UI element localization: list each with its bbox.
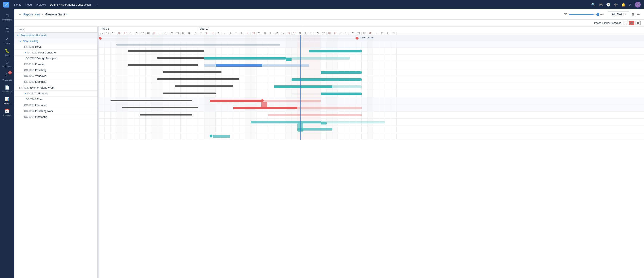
gantt-cell-r2-c31 — [280, 48, 286, 55]
day-cell-8: 23 — [146, 31, 152, 35]
gantt-cell-r12-c29 — [268, 119, 274, 125]
slider-thumb[interactable] — [596, 13, 599, 16]
breadcrumb-reports[interactable]: Reports view — [23, 13, 40, 16]
gantt-cell-r9-c2 — [110, 97, 116, 104]
gantt-cell-r2-c14 — [180, 48, 186, 55]
task-row-dc-t262[interactable]: DC-T262 Tiles — [14, 96, 98, 102]
task-row-dc-t256[interactable]: DC-T256 Plumbing — [14, 67, 98, 73]
task-row-dc-t250[interactable]: DC-T250 Design floor plan — [14, 56, 98, 61]
task-row-dc-t263[interactable]: DC-T263 Electrical — [14, 102, 98, 108]
sidebar-item-tasks[interactable]: ✓ Tasks — [0, 35, 14, 46]
gantt-cell-r0-c38 — [321, 35, 326, 41]
calendar-icon: 📅 — [5, 109, 10, 113]
gantt-cell-r13-c44 — [356, 126, 362, 133]
view-option-2[interactable] — [629, 21, 634, 25]
project-more-dots[interactable]: ··· — [96, 3, 98, 6]
phase-toggle[interactable]: ▼ — [17, 34, 19, 37]
sidebar-item-bugs[interactable]: 🐛 Bugs — [0, 47, 14, 58]
gantt-cell-r13-c33 — [292, 126, 298, 133]
app-logo[interactable] — [3, 2, 9, 8]
gantt-cell-r8-c36 — [309, 90, 315, 97]
gantt-row-4 — [99, 62, 644, 69]
gantt-cell-r10-c32 — [286, 104, 292, 111]
more-options-button[interactable]: ··· — [637, 13, 640, 16]
sidebar-item-reports[interactable]: 📊 Reports — [0, 95, 14, 106]
plus-icon[interactable]: ➕ — [614, 3, 618, 7]
task-row-dc-t258[interactable]: DC-T258 Electrical — [14, 79, 98, 85]
gantt-cell-r1-c14 — [180, 41, 186, 47]
gantt-cell-r7-c38 — [321, 83, 326, 90]
gantt-cell-r14-c10 — [157, 133, 163, 140]
svg-rect-4 — [624, 24, 627, 24]
gantt-cell-r10-c34 — [298, 104, 303, 111]
gantt-cell-r7-c5 — [128, 83, 134, 90]
gantt-cell-r11-c4 — [122, 111, 128, 118]
day-cell-2: 17 — [110, 31, 116, 35]
gantt-cell-r9-c35 — [303, 97, 309, 104]
task-row-dc-t264[interactable]: DC-T264 Plumbing work — [14, 108, 98, 114]
gantt-cell-r5-c19 — [210, 69, 216, 76]
timeline-slider-track[interactable] — [569, 14, 598, 15]
view-option-3[interactable] — [635, 21, 641, 25]
search-icon[interactable]: 🔍 — [591, 3, 596, 7]
gantt-cell-r6-c49 — [385, 76, 391, 83]
task-row-dc-t261[interactable]: ▼ DC-T261 Flooring — [14, 91, 98, 96]
project-name[interactable]: Donnelly Apartments Construction — [50, 3, 91, 6]
view-option-1[interactable] — [623, 21, 628, 25]
gantt-cell-r8-c49 — [385, 90, 391, 97]
gantt-cell-r0-c45 — [362, 35, 368, 41]
task-row-dc-t252[interactable]: ▼ DC-T252 Pour Concrete — [14, 50, 98, 56]
sidebar-item-feed[interactable]: ☰ Feed — [0, 23, 14, 34]
close-icon[interactable]: ✕ — [629, 3, 632, 7]
gantt-cell-r8-c40 — [332, 90, 338, 97]
gantt-cell-r8-c0 — [99, 90, 105, 97]
gantt-cell-r6-c42 — [344, 76, 350, 83]
add-task-button[interactable]: Add Task ▾ — [608, 11, 629, 17]
gantt-cell-r1-c50 — [391, 41, 397, 47]
gantt-cell-r9-c19 — [210, 97, 216, 104]
gantt-cell-r1-c44 — [356, 41, 362, 47]
sidebar-item-dashboard[interactable]: ⊡ Dashboard — [0, 12, 14, 23]
nav-projects[interactable]: Projects — [36, 3, 46, 6]
gantt-cell-r14-c9 — [152, 133, 157, 140]
sidebar-item-timesheet[interactable]: ⏱ 20 Timesheet — [0, 70, 14, 83]
add-task-dropdown-caret[interactable]: ▾ — [623, 13, 626, 16]
gantt-cell-r12-c7 — [140, 119, 146, 125]
view-dropdown-arrow[interactable]: ▾ — [66, 13, 68, 16]
group-toggle[interactable]: ▼ — [19, 40, 22, 42]
gantt-cell-r5-c4 — [122, 69, 128, 76]
gantt-cell-r14-c8 — [146, 133, 152, 140]
gantt-chart[interactable]: Nov '18 Dec '18 151617181920212223242526… — [99, 27, 644, 278]
task-row-dc-t265[interactable]: DC-T265 Plastering — [14, 114, 98, 120]
bell-icon[interactable]: 🔔 — [621, 3, 626, 7]
nav-feed[interactable]: Feed — [26, 3, 32, 6]
sidebar: ⊡ Dashboard ☰ Feed ✓ Tasks 🐛 Bugs ⬡ Mile… — [0, 9, 14, 278]
group-row-new-building[interactable]: ▼ New Building — [14, 38, 98, 44]
phase-row-preparatory[interactable]: ▼ Preparatory Site work — [14, 33, 98, 38]
view-title-text[interactable]: Milestone Gantt — [45, 13, 65, 16]
task-row-dc-t254[interactable]: DC-T254 Framing — [14, 61, 98, 67]
gantt-cell-r0-c24 — [239, 35, 245, 41]
clock-icon[interactable]: 🕐 — [606, 3, 610, 7]
task-row-dc-t260[interactable]: DC-T260 Exterior Stone Work — [14, 85, 98, 91]
sidebar-item-milestones[interactable]: ⬡ Milestones — [0, 59, 14, 69]
group-name: New Building — [23, 40, 38, 43]
back-button[interactable]: ← — [18, 13, 22, 16]
gantt-cell-r4-c42 — [344, 62, 350, 69]
sidebar-item-calendar[interactable]: 📅 Calendar — [0, 107, 14, 118]
task-list: TITLE ▼ Preparatory Site work ▼ New Buil… — [14, 27, 98, 278]
gamepad-icon[interactable]: 🎮 — [599, 3, 603, 7]
gantt-cell-r1-c47 — [373, 41, 379, 47]
gantt-cell-r14-c49 — [385, 133, 391, 140]
gantt-cell-r0-c16 — [192, 35, 198, 41]
task-row-dc-t257[interactable]: DC-T257 Windows — [14, 73, 98, 79]
task-row-dc-t255[interactable]: DC-T255 Roof — [14, 44, 98, 50]
filter-button[interactable]: ⊟ — [632, 12, 634, 16]
avatar[interactable]: JD — [635, 2, 641, 8]
sidebar-item-documents[interactable]: 📄 Documents — [0, 84, 14, 94]
gantt-cell-r8-c15 — [186, 90, 192, 97]
gantt-cell-r2-c38 — [321, 48, 326, 55]
gantt-cell-r7-c2 — [110, 83, 116, 90]
nav-home[interactable]: Home — [14, 3, 22, 6]
gantt-cell-r6-c15 — [186, 76, 192, 83]
